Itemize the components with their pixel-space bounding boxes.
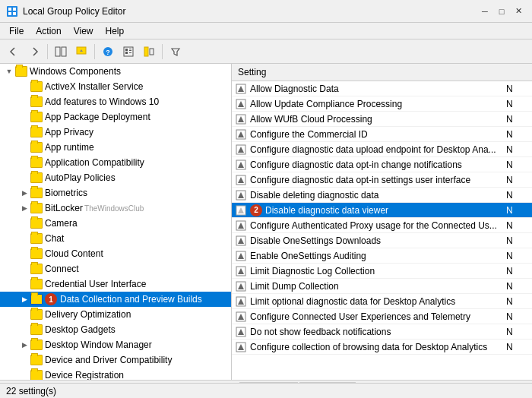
- expand-icon: ▶: [18, 126, 30, 138]
- settings-row[interactable]: Configure the Commercial ID N: [232, 127, 532, 142]
- settings-label: Do not show feedback notifications: [250, 327, 506, 337]
- expand-icon: ▶: [18, 232, 30, 245]
- settings-value: N: [506, 311, 529, 322]
- settings-row[interactable]: Configure collection of browsing data fo…: [232, 340, 532, 355]
- settings-row[interactable]: Configure Connected User Experiences and…: [232, 309, 532, 324]
- app-icon: [6, 5, 18, 17]
- properties-button[interactable]: [119, 43, 138, 61]
- settings-row[interactable]: Allow Update Compliance Processing N: [232, 96, 532, 112]
- tree-item-connect[interactable]: ▶ Connect: [0, 261, 231, 276]
- folder-icon: [30, 294, 43, 305]
- settings-row[interactable]: Limit Diagnostic Log Collection N: [232, 264, 532, 279]
- tree-item-add-features[interactable]: ▶ Add features to Windows 10: [0, 94, 231, 109]
- show-hide-tree-button[interactable]: [52, 43, 70, 61]
- tree-item-desktop-gadgets[interactable]: ▶ Desktop Gadgets: [0, 322, 231, 337]
- up-one-level-button[interactable]: [72, 43, 90, 61]
- settings-row[interactable]: Disable OneSettings Downloads N: [232, 233, 532, 248]
- folder-icon: [30, 370, 43, 380]
- settings-row[interactable]: Limit optional diagnostic data for Deskt…: [232, 294, 532, 309]
- settings-row[interactable]: Configure Authenticated Proxy usage for …: [232, 218, 532, 233]
- settings-row[interactable]: Disable deleting diagnostic data N: [232, 188, 532, 203]
- settings-value: N: [506, 296, 529, 307]
- tree-item-data-collection[interactable]: ▶ 1 Data Collection and Preview Builds: [0, 292, 231, 307]
- maximize-button[interactable]: □: [494, 4, 509, 19]
- folder-icon: [30, 81, 43, 92]
- policy-icon: [235, 265, 247, 277]
- menu-view[interactable]: View: [68, 24, 100, 38]
- expand-icon: ▶: [18, 217, 30, 229]
- settings-label: Allow WUfB Cloud Processing: [250, 114, 506, 125]
- settings-row[interactable]: Configure diagnostic data upload endpoin…: [232, 142, 532, 157]
- tree-label: Windows Components: [30, 66, 121, 77]
- settings-label: Limit optional diagnostic data for Deskt…: [250, 296, 506, 307]
- back-button[interactable]: [5, 43, 23, 61]
- expand-icon: ▶: [18, 156, 30, 169]
- policy-icon: [235, 128, 247, 141]
- main-content: ▼ Windows Components ▶ ActiveX Installer…: [0, 64, 532, 380]
- tree-item-autoplay[interactable]: ▶ AutoPlay Policies: [0, 170, 231, 185]
- settings-value: N: [506, 175, 529, 185]
- settings-value: N: [506, 144, 529, 155]
- settings-row[interactable]: Allow Diagnostic Data N: [232, 81, 532, 96]
- tree-label: Chat: [45, 233, 64, 244]
- menu-file[interactable]: File: [3, 24, 30, 38]
- folder-icon: [30, 127, 43, 137]
- svg-text:?: ?: [106, 49, 110, 56]
- expand-icon: ▶: [18, 278, 30, 290]
- minimize-button[interactable]: ─: [477, 4, 492, 19]
- policy-icon: [235, 83, 247, 95]
- menu-help[interactable]: Help: [100, 24, 131, 38]
- badge-1: 1: [45, 293, 57, 305]
- tree-item-camera[interactable]: ▶ Camera: [0, 216, 231, 231]
- settings-row[interactable]: Do not show feedback notifications N: [232, 324, 532, 340]
- close-button[interactable]: ✕: [511, 4, 526, 19]
- settings-row-disable-viewer[interactable]: 2 Disable diagnostic data viewer N: [232, 203, 532, 218]
- tree-label: Biometrics: [45, 188, 87, 198]
- tree-item-windows-components[interactable]: ▼ Windows Components: [0, 64, 231, 79]
- policy-icon: [235, 220, 247, 232]
- forward-button[interactable]: [25, 43, 43, 61]
- tree-item-app-privacy[interactable]: ▶ App Privacy: [0, 125, 231, 140]
- expand-icon: ▶: [18, 202, 30, 214]
- tree-label: AutoPlay Policies: [45, 172, 116, 183]
- settings-row[interactable]: Limit Dump Collection N: [232, 279, 532, 294]
- extend-selection-button[interactable]: [140, 43, 158, 61]
- settings-row[interactable]: Enable OneSettings Auditing N: [232, 248, 532, 264]
- status-bar: 22 setting(s): [0, 383, 532, 398]
- svg-rect-11: [125, 49, 128, 51]
- folder-icon: [30, 233, 43, 244]
- tree-item-bitlocker[interactable]: ▶ BitLocker TheWindowsClub: [0, 201, 231, 216]
- tree-item-desktop-wm[interactable]: ▶ Desktop Window Manager: [0, 337, 231, 352]
- tree-item-app-package[interactable]: ▶ App Package Deployment: [0, 109, 231, 125]
- folder-icon: [30, 340, 43, 350]
- settings-value: N: [506, 251, 529, 261]
- settings-row[interactable]: Configure diagnostic data opt-in setting…: [232, 172, 532, 188]
- filter-button[interactable]: [166, 43, 185, 61]
- menu-action[interactable]: Action: [30, 24, 67, 38]
- svg-rect-16: [144, 47, 148, 56]
- settings-row[interactable]: Configure diagnostic data opt-in change …: [232, 157, 532, 172]
- help-button[interactable]: ?: [99, 43, 117, 61]
- expand-icon: ▶: [18, 111, 30, 123]
- expand-icon: ▶: [18, 141, 30, 153]
- tree-item-activex[interactable]: ▶ ActiveX Installer Service: [0, 79, 231, 94]
- settings-row[interactable]: Allow WUfB Cloud Processing N: [232, 112, 532, 127]
- tree-item-delivery-opt[interactable]: ▶ Delivery Optimization: [0, 307, 231, 322]
- tree-item-chat[interactable]: ▶ Chat: [0, 231, 231, 246]
- tree-item-credential-ui[interactable]: ▶ Credential User Interface: [0, 276, 231, 292]
- folder-icon: [30, 264, 43, 274]
- tree-label: Add features to Windows 10: [45, 96, 159, 107]
- tree-item-device-driver[interactable]: ▶ Device and Driver Compatibility: [0, 352, 231, 368]
- tree-label: App runtime: [45, 142, 94, 153]
- tree-item-cloud-content[interactable]: ▶ Cloud Content: [0, 246, 231, 261]
- folder-icon: [30, 279, 43, 289]
- settings-label: Configure collection of browsing data fo…: [250, 342, 506, 352]
- tree-item-app-runtime[interactable]: ▶ App runtime: [0, 140, 231, 155]
- toolbar: ?: [0, 39, 532, 64]
- tree-item-device-reg[interactable]: ▶ Device Registration: [0, 368, 231, 380]
- tree-item-biometrics[interactable]: ▶ Biometrics: [0, 185, 231, 201]
- tree-label: Credential User Interface: [45, 279, 146, 289]
- settings-value: N: [506, 281, 529, 292]
- tree-item-app-compat[interactable]: ▶ Application Compatibility: [0, 155, 231, 170]
- settings-value: N: [506, 99, 529, 109]
